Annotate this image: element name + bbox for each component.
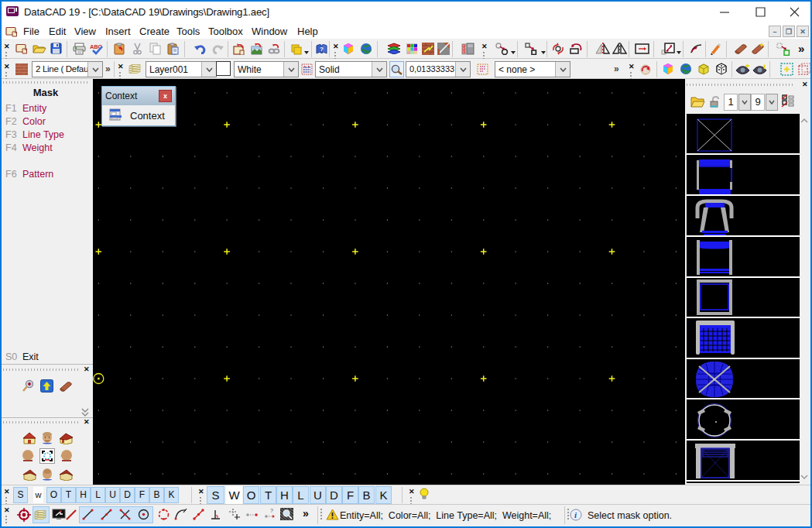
svg-text:?: ? [320,46,324,53]
svg-text:?: ? [270,508,273,513]
